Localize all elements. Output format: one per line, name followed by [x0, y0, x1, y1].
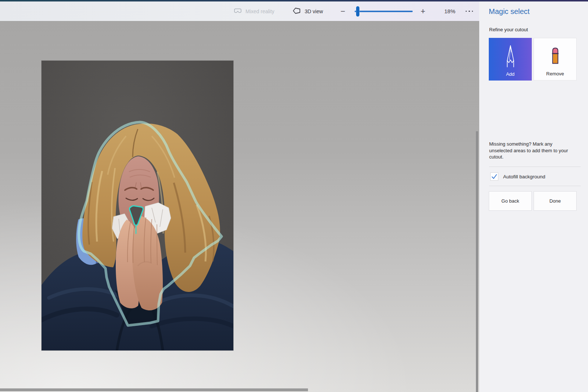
magic-select-photo[interactable] [42, 61, 233, 350]
canvas-horizontal-scrollbar[interactable] [0, 388, 308, 391]
toolbar: Mixed reality 3D view − + 18% [0, 1, 479, 21]
mixed-reality-icon [234, 7, 242, 15]
panel-title: Magic select [489, 7, 530, 16]
ellipsis-dot [472, 11, 473, 12]
divider [489, 167, 581, 167]
3d-view-label: 3D view [305, 8, 323, 14]
zoom-slider-handle[interactable] [356, 6, 359, 17]
checkmark-icon [491, 174, 497, 179]
remove-button[interactable]: Remove [534, 38, 577, 81]
eraser-icon [549, 38, 561, 71]
canvas-area[interactable] [0, 21, 479, 392]
ellipsis-dot [469, 11, 470, 12]
mixed-reality-button[interactable]: Mixed reality [234, 1, 275, 21]
done-button[interactable]: Done [534, 191, 577, 211]
autofill-label: Autofill background [503, 174, 545, 179]
hint-line: unselected areas to add them to your [489, 147, 568, 154]
hint-line: cutout. [489, 154, 568, 160]
woman-blowing-nose-photo [42, 61, 233, 350]
ellipsis-dot [466, 11, 467, 12]
paint3d-window: Mixed reality 3D view − + 18% [0, 0, 588, 392]
mixed-reality-label: Mixed reality [245, 8, 275, 14]
more-options-button[interactable] [463, 1, 476, 21]
autofill-checkbox-row[interactable]: Autofill background [490, 171, 545, 182]
refine-tools: Add Remove [489, 38, 577, 81]
zoom-slider[interactable] [355, 1, 413, 21]
magic-select-panel: Magic select Refine your cutout Add [479, 1, 588, 392]
remove-label: Remove [546, 71, 564, 76]
hint-text: Missing something? Mark any unselected a… [489, 141, 568, 160]
zoom-in-button[interactable]: + [419, 1, 427, 21]
add-label: Add [506, 71, 514, 77]
pencil-icon [502, 38, 519, 71]
panel-actions: Go back Done [489, 191, 577, 211]
divider [489, 186, 581, 186]
3d-view-button[interactable]: 3D view [292, 1, 323, 21]
zoom-slider-track [355, 11, 413, 12]
canvas-vertical-scrollbar[interactable] [476, 131, 478, 392]
hint-line: Missing something? Mark any [489, 141, 568, 147]
zoom-out-button[interactable]: − [338, 1, 347, 21]
autofill-checkbox[interactable] [490, 172, 498, 181]
go-back-button[interactable]: Go back [489, 191, 532, 211]
zoom-level-label: 18% [440, 1, 460, 21]
refine-heading: Refine your cutout [489, 27, 528, 32]
3d-view-icon [292, 7, 301, 16]
add-button[interactable]: Add [489, 38, 532, 81]
